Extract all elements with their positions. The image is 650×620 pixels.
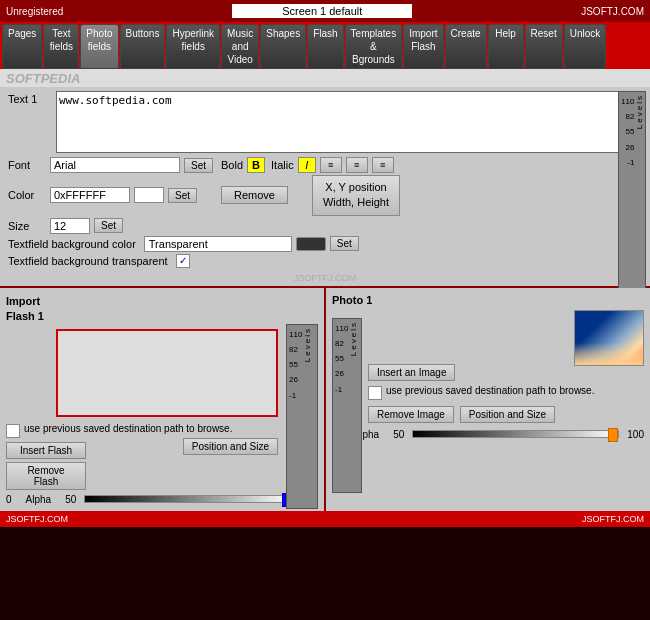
tab-photo-fields[interactable]: Photofields bbox=[80, 24, 118, 69]
bottom-right: JSOFTFJ.COM bbox=[582, 514, 644, 524]
import-flash-title: ImportFlash 1 bbox=[6, 294, 318, 325]
title-bar: Unregistered Screen 1 default JSOFTJ.COM bbox=[0, 0, 650, 22]
photo-panel: Photo 1 110825526-1 Levels Insert an Ima… bbox=[326, 288, 650, 511]
italic-label: Italic bbox=[271, 159, 294, 171]
color-set-button[interactable]: Set bbox=[168, 188, 197, 203]
use-prev-photo-checkbox[interactable] bbox=[368, 386, 382, 400]
level-numbers-flash: 110825526-1 bbox=[289, 327, 302, 403]
watermark-strip: SOFTPEDIA bbox=[0, 69, 650, 87]
level-letters-right: Levels bbox=[635, 94, 644, 129]
bg-color-toggle[interactable] bbox=[296, 237, 326, 251]
photo-controls: Insert an Image use previous saved desti… bbox=[368, 364, 644, 423]
photo-title: Photo 1 bbox=[332, 294, 644, 306]
text-field-label: Text 1 bbox=[8, 91, 50, 105]
tab-text-fields[interactable]: Textfields bbox=[43, 24, 79, 69]
tab-import-flash[interactable]: ImportFlash bbox=[403, 24, 443, 69]
tab-shapes[interactable]: Shapes bbox=[260, 24, 306, 69]
title-left: Unregistered bbox=[6, 6, 63, 17]
bg-transparent-checkbox[interactable]: ✓ bbox=[176, 254, 190, 268]
color-label: Color bbox=[8, 189, 46, 201]
use-prev-row-flash: use previous saved destination path to b… bbox=[6, 423, 318, 438]
nav-bar: Pages Textfields Photofields Buttons Hyp… bbox=[0, 22, 650, 69]
level-letters-flash: Levels bbox=[303, 327, 312, 362]
font-label: Font bbox=[8, 159, 46, 171]
photo-action-row: Remove Image Position and Size bbox=[368, 406, 644, 423]
bg-color-set-button[interactable]: Set bbox=[330, 236, 359, 251]
alpha-mid-photo: 50 bbox=[393, 429, 404, 440]
bottom-panels: ImportFlash 1 use previous saved destina… bbox=[0, 286, 650, 511]
tab-hyperlink-fields[interactable]: Hyperlinkfields bbox=[166, 24, 220, 69]
use-prev-flash-checkbox[interactable] bbox=[6, 424, 20, 438]
center-watermark: JSOFTFJ.COM bbox=[8, 272, 642, 286]
bg-color-input[interactable] bbox=[144, 236, 292, 252]
alpha-row-flash: 0 Alpha 50 100 bbox=[6, 494, 318, 505]
tab-flash[interactable]: Flash bbox=[307, 24, 343, 69]
bold-box: B bbox=[247, 157, 265, 173]
text-field-section: Text 1 ▲ 110825526-1 Levels Font Set Bol… bbox=[0, 87, 650, 286]
xy-position-button[interactable]: X, Y positionWidth, Height bbox=[312, 175, 400, 216]
watermark-text: SOFTPEDIA bbox=[6, 71, 80, 86]
level-numbers-photo: 110825526-1 bbox=[335, 321, 348, 397]
size-set-button[interactable]: Set bbox=[94, 218, 123, 233]
tab-pages[interactable]: Pages bbox=[2, 24, 42, 69]
color-input[interactable] bbox=[50, 187, 130, 203]
use-prev-row-photo: use previous saved destination path to b… bbox=[368, 385, 644, 400]
tab-music-video[interactable]: MusicandVideo bbox=[221, 24, 259, 69]
flash-preview bbox=[56, 329, 278, 417]
tab-buttons[interactable]: Buttons bbox=[120, 24, 166, 69]
alpha-min-flash: 0 bbox=[6, 494, 12, 505]
color-preview-box bbox=[134, 187, 164, 203]
insert-flash-button[interactable]: Insert Flash bbox=[6, 442, 86, 459]
italic-box: I bbox=[298, 157, 316, 173]
bottom-bar: JSOFTFJ.COM JSOFTFJ.COM bbox=[0, 511, 650, 527]
alpha-mid-flash: 50 bbox=[65, 494, 76, 505]
tab-reset[interactable]: Reset bbox=[525, 24, 563, 69]
level-numbers-right: 110825526-1 bbox=[621, 94, 634, 170]
size-label: Size bbox=[8, 220, 46, 232]
insert-image-button[interactable]: Insert an Image bbox=[368, 364, 455, 381]
bg-transparent-label: Textfield background transparent bbox=[8, 255, 168, 267]
alpha-label-flash: Alpha bbox=[26, 494, 52, 505]
align-center-btn[interactable]: ≡ bbox=[346, 157, 368, 173]
flash-position-size-button[interactable]: Position and Size bbox=[183, 438, 278, 455]
tab-create[interactable]: Create bbox=[445, 24, 487, 69]
font-input[interactable] bbox=[50, 157, 180, 173]
use-prev-flash-label: use previous saved destination path to b… bbox=[24, 423, 232, 434]
alpha-thumb-photo[interactable] bbox=[608, 428, 618, 442]
title-center: Screen 1 default bbox=[232, 4, 412, 18]
use-prev-photo-label: use previous saved destination path to b… bbox=[386, 385, 594, 396]
remove-image-button[interactable]: Remove Image bbox=[368, 406, 454, 423]
alpha-max-photo: 100 bbox=[627, 429, 644, 440]
remove-button[interactable]: Remove bbox=[221, 186, 288, 204]
bottom-left: JSOFTFJ.COM bbox=[6, 514, 68, 524]
import-flash-panel: ImportFlash 1 use previous saved destina… bbox=[0, 288, 326, 511]
level-meter-flash: 110825526-1 Levels bbox=[286, 324, 318, 509]
photo-preview-image bbox=[574, 310, 644, 366]
tab-help[interactable]: Help bbox=[488, 24, 524, 69]
title-right: JSOFTJ.COM bbox=[581, 6, 644, 17]
remove-flash-button[interactable]: Remove Flash bbox=[6, 462, 86, 490]
level-meter-photo: 110825526-1 Levels bbox=[332, 318, 362, 493]
alpha-row-photo: 0 Alpha 50 100 bbox=[334, 429, 644, 440]
tab-templates-bgrounds[interactable]: Templates&Bgrounds bbox=[345, 24, 403, 69]
alpha-track-photo[interactable] bbox=[412, 430, 619, 438]
align-left-btn[interactable]: ≡ bbox=[320, 157, 342, 173]
align-right-btn[interactable]: ≡ bbox=[372, 157, 394, 173]
font-set-button[interactable]: Set bbox=[184, 158, 213, 173]
bold-label: Bold bbox=[221, 159, 243, 171]
text-field-input[interactable] bbox=[56, 91, 622, 153]
bg-color-label: Textfield background color bbox=[8, 238, 136, 250]
alpha-track-flash[interactable] bbox=[84, 495, 293, 503]
tab-unlock[interactable]: Unlock bbox=[564, 24, 607, 69]
size-input[interactable] bbox=[50, 218, 90, 234]
photo-position-size-button[interactable]: Position and Size bbox=[460, 406, 555, 423]
level-letters-photo: Levels bbox=[349, 321, 358, 356]
